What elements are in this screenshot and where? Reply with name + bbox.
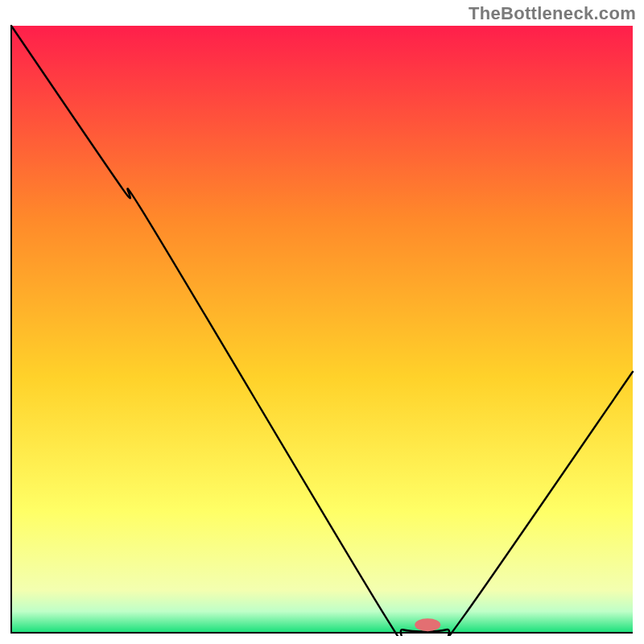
- bottleneck-chart: [8, 24, 636, 636]
- chart-container: [8, 24, 636, 636]
- attribution-label: TheBottleneck.com: [469, 3, 636, 24]
- chart-background: [11, 26, 633, 633]
- optimal-point-marker: [415, 618, 440, 631]
